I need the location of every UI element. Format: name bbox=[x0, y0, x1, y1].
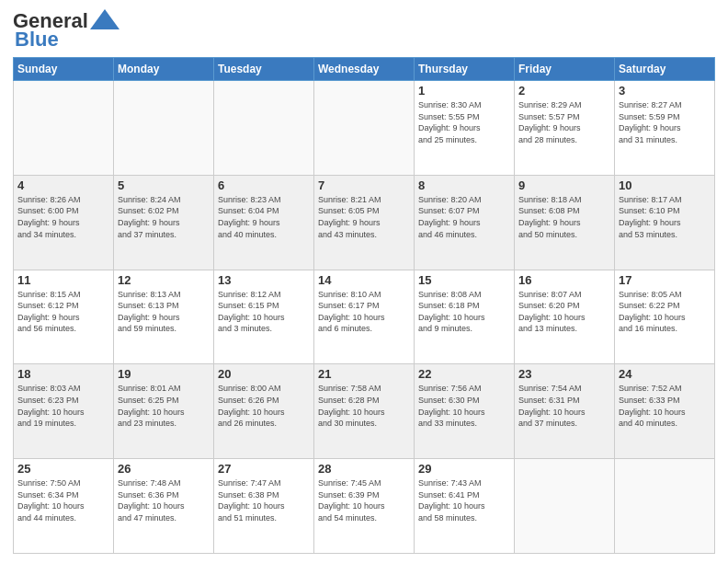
day-cell: 21Sunrise: 7:58 AMSunset: 6:28 PMDayligh… bbox=[314, 364, 415, 459]
day-cell: 11Sunrise: 8:15 AMSunset: 6:12 PMDayligh… bbox=[14, 270, 114, 364]
day-cell: 26Sunrise: 7:48 AMSunset: 6:36 PMDayligh… bbox=[114, 459, 214, 554]
day-info: Sunrise: 7:56 AMSunset: 6:30 PMDaylight:… bbox=[418, 383, 510, 429]
day-info: Sunrise: 8:01 AMSunset: 6:25 PMDaylight:… bbox=[118, 383, 210, 429]
day-info: Sunrise: 8:29 AMSunset: 5:57 PMDaylight:… bbox=[518, 99, 610, 145]
day-cell: 2Sunrise: 8:29 AMSunset: 5:57 PMDaylight… bbox=[515, 81, 615, 176]
day-number: 21 bbox=[318, 367, 410, 381]
day-info: Sunrise: 8:05 AMSunset: 6:22 PMDaylight:… bbox=[619, 289, 711, 335]
day-number: 15 bbox=[418, 273, 510, 287]
day-info: Sunrise: 7:58 AMSunset: 6:28 PMDaylight:… bbox=[318, 383, 410, 429]
day-cell: 16Sunrise: 8:07 AMSunset: 6:20 PMDayligh… bbox=[515, 270, 615, 364]
weekday-header-tuesday: Tuesday bbox=[214, 58, 314, 81]
day-number: 17 bbox=[619, 273, 711, 287]
day-info: Sunrise: 8:26 AMSunset: 6:00 PMDaylight:… bbox=[17, 194, 109, 240]
day-number: 26 bbox=[118, 462, 210, 476]
day-info: Sunrise: 7:54 AMSunset: 6:31 PMDaylight:… bbox=[518, 383, 610, 429]
day-info: Sunrise: 8:21 AMSunset: 6:05 PMDaylight:… bbox=[318, 194, 410, 240]
logo-icon bbox=[90, 9, 119, 29]
day-number: 7 bbox=[318, 178, 410, 192]
day-info: Sunrise: 8:27 AMSunset: 5:59 PMDaylight:… bbox=[619, 99, 711, 145]
day-info: Sunrise: 8:03 AMSunset: 6:23 PMDaylight:… bbox=[17, 383, 109, 429]
day-info: Sunrise: 8:08 AMSunset: 6:18 PMDaylight:… bbox=[418, 289, 510, 335]
day-cell bbox=[615, 459, 715, 554]
day-cell: 28Sunrise: 7:45 AMSunset: 6:39 PMDayligh… bbox=[314, 459, 415, 554]
day-cell: 4Sunrise: 8:26 AMSunset: 6:00 PMDaylight… bbox=[14, 175, 114, 270]
day-number: 29 bbox=[418, 462, 510, 476]
day-cell bbox=[14, 81, 114, 176]
day-number: 24 bbox=[619, 367, 711, 381]
day-info: Sunrise: 8:15 AMSunset: 6:12 PMDaylight:… bbox=[17, 289, 109, 335]
day-number: 6 bbox=[218, 178, 310, 192]
day-number: 3 bbox=[619, 84, 711, 98]
day-info: Sunrise: 7:50 AMSunset: 6:34 PMDaylight:… bbox=[17, 477, 109, 523]
day-cell: 12Sunrise: 8:13 AMSunset: 6:13 PMDayligh… bbox=[114, 270, 214, 364]
week-row-4: 18Sunrise: 8:03 AMSunset: 6:23 PMDayligh… bbox=[14, 364, 715, 459]
day-number: 10 bbox=[619, 178, 711, 192]
page: General Blue SundayMondayTuesdayWednesda… bbox=[0, 0, 728, 563]
day-cell: 18Sunrise: 8:03 AMSunset: 6:23 PMDayligh… bbox=[14, 364, 114, 459]
day-info: Sunrise: 7:43 AMSunset: 6:41 PMDaylight:… bbox=[418, 477, 510, 523]
day-number: 8 bbox=[418, 178, 510, 192]
day-number: 18 bbox=[17, 367, 109, 381]
weekday-header-thursday: Thursday bbox=[415, 58, 515, 81]
day-info: Sunrise: 7:45 AMSunset: 6:39 PMDaylight:… bbox=[318, 477, 410, 523]
week-row-2: 4Sunrise: 8:26 AMSunset: 6:00 PMDaylight… bbox=[14, 175, 715, 270]
day-number: 22 bbox=[418, 367, 510, 381]
day-cell: 23Sunrise: 7:54 AMSunset: 6:31 PMDayligh… bbox=[515, 364, 615, 459]
day-number: 2 bbox=[518, 84, 610, 98]
day-info: Sunrise: 8:10 AMSunset: 6:17 PMDaylight:… bbox=[318, 289, 410, 335]
day-cell bbox=[214, 81, 314, 176]
day-number: 25 bbox=[17, 462, 109, 476]
day-number: 23 bbox=[518, 367, 610, 381]
day-cell: 15Sunrise: 8:08 AMSunset: 6:18 PMDayligh… bbox=[415, 270, 515, 364]
day-cell bbox=[314, 81, 415, 176]
day-cell: 9Sunrise: 8:18 AMSunset: 6:08 PMDaylight… bbox=[515, 175, 615, 270]
day-number: 9 bbox=[518, 178, 610, 192]
day-cell: 6Sunrise: 8:23 AMSunset: 6:04 PMDaylight… bbox=[214, 175, 314, 270]
weekday-header-sunday: Sunday bbox=[14, 58, 114, 81]
day-cell: 27Sunrise: 7:47 AMSunset: 6:38 PMDayligh… bbox=[214, 459, 314, 554]
day-cell: 14Sunrise: 8:10 AMSunset: 6:17 PMDayligh… bbox=[314, 270, 415, 364]
week-row-5: 25Sunrise: 7:50 AMSunset: 6:34 PMDayligh… bbox=[14, 459, 715, 554]
day-number: 5 bbox=[118, 178, 210, 192]
weekday-header-row: SundayMondayTuesdayWednesdayThursdayFrid… bbox=[14, 58, 715, 81]
day-number: 28 bbox=[318, 462, 410, 476]
day-cell: 8Sunrise: 8:20 AMSunset: 6:07 PMDaylight… bbox=[415, 175, 515, 270]
day-cell: 3Sunrise: 8:27 AMSunset: 5:59 PMDaylight… bbox=[615, 81, 715, 176]
day-number: 1 bbox=[418, 84, 510, 98]
day-info: Sunrise: 7:48 AMSunset: 6:36 PMDaylight:… bbox=[118, 477, 210, 523]
day-number: 12 bbox=[118, 273, 210, 287]
day-info: Sunrise: 8:18 AMSunset: 6:08 PMDaylight:… bbox=[518, 194, 610, 240]
day-info: Sunrise: 8:17 AMSunset: 6:10 PMDaylight:… bbox=[619, 194, 711, 240]
weekday-header-friday: Friday bbox=[515, 58, 615, 81]
weekday-header-wednesday: Wednesday bbox=[314, 58, 415, 81]
week-row-1: 1Sunrise: 8:30 AMSunset: 5:55 PMDaylight… bbox=[14, 81, 715, 176]
weekday-header-monday: Monday bbox=[114, 58, 214, 81]
day-cell: 20Sunrise: 8:00 AMSunset: 6:26 PMDayligh… bbox=[214, 364, 314, 459]
day-number: 11 bbox=[17, 273, 109, 287]
day-cell: 5Sunrise: 8:24 AMSunset: 6:02 PMDaylight… bbox=[114, 175, 214, 270]
day-info: Sunrise: 8:20 AMSunset: 6:07 PMDaylight:… bbox=[418, 194, 510, 240]
day-info: Sunrise: 8:12 AMSunset: 6:15 PMDaylight:… bbox=[218, 289, 310, 335]
day-info: Sunrise: 7:52 AMSunset: 6:33 PMDaylight:… bbox=[619, 383, 711, 429]
day-cell: 1Sunrise: 8:30 AMSunset: 5:55 PMDaylight… bbox=[415, 81, 515, 176]
day-number: 27 bbox=[218, 462, 310, 476]
day-info: Sunrise: 8:00 AMSunset: 6:26 PMDaylight:… bbox=[218, 383, 310, 429]
day-info: Sunrise: 8:30 AMSunset: 5:55 PMDaylight:… bbox=[418, 99, 510, 145]
day-number: 13 bbox=[218, 273, 310, 287]
day-cell bbox=[515, 459, 615, 554]
header: General Blue bbox=[13, 9, 715, 52]
day-cell: 22Sunrise: 7:56 AMSunset: 6:30 PMDayligh… bbox=[415, 364, 515, 459]
day-info: Sunrise: 8:24 AMSunset: 6:02 PMDaylight:… bbox=[118, 194, 210, 240]
logo-blue: Blue bbox=[15, 28, 59, 52]
day-number: 14 bbox=[318, 273, 410, 287]
day-number: 19 bbox=[118, 367, 210, 381]
calendar-table: SundayMondayTuesdayWednesdayThursdayFrid… bbox=[13, 57, 715, 554]
week-row-3: 11Sunrise: 8:15 AMSunset: 6:12 PMDayligh… bbox=[14, 270, 715, 364]
weekday-header-saturday: Saturday bbox=[615, 58, 715, 81]
day-cell: 29Sunrise: 7:43 AMSunset: 6:41 PMDayligh… bbox=[415, 459, 515, 554]
day-cell bbox=[114, 81, 214, 176]
day-info: Sunrise: 8:23 AMSunset: 6:04 PMDaylight:… bbox=[218, 194, 310, 240]
day-info: Sunrise: 8:13 AMSunset: 6:13 PMDaylight:… bbox=[118, 289, 210, 335]
day-cell: 13Sunrise: 8:12 AMSunset: 6:15 PMDayligh… bbox=[214, 270, 314, 364]
